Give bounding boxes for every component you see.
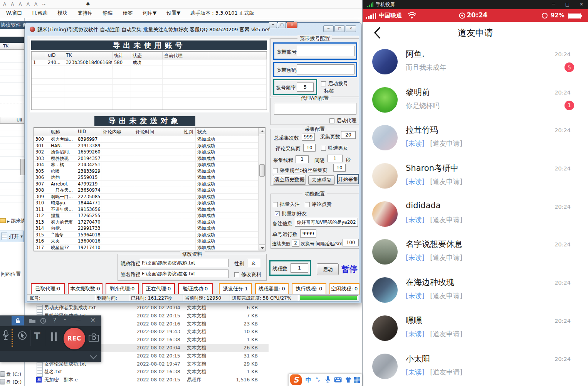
table-row[interactable]: 317 晓星星?? 19217410 添加成功: [34, 244, 259, 251]
batch-follow-checkbox[interactable]: 批量关注: [273, 201, 300, 208]
filter-gender-checkbox[interactable]: 筛选男女: [321, 145, 348, 152]
column-header[interactable]: TK: [64, 52, 113, 59]
table-row[interactable]: 312 捏捏 17265255 添加成功: [34, 212, 259, 219]
friend-request-row[interactable]: 在海边种玫瑰 [未读] [道友申请] 20:24: [363, 271, 588, 310]
chinese-mode-icon[interactable]: 中: [306, 376, 311, 384]
start-dial-checkbox[interactable]: 启动拨号: [321, 80, 348, 87]
skin-icon[interactable]: [345, 377, 352, 384]
friend-request-row[interactable]: 嘿嘿 [未读] [道友申请] 20:24: [363, 310, 588, 348]
format-icon[interactable]: A: [34, 2, 37, 7]
start-collect-button[interactable]: 开始采集: [337, 174, 359, 184]
friend-request-row[interactable]: 黎明前 你是烧杯吗 20:24 1: [363, 81, 588, 120]
minimize-button[interactable]: ─: [552, 2, 555, 7]
checkbox[interactable]: [321, 81, 326, 86]
pause-icon[interactable]: [51, 332, 53, 341]
menu-item[interactable]: 支持库: [77, 10, 92, 17]
table-row[interactable]: 1 240... 323b350b18d061689840... 580 成功: [32, 59, 267, 66]
maximize-button[interactable]: □: [278, 22, 286, 28]
history-icon[interactable]: [40, 318, 46, 325]
format-icon[interactable]: ~: [42, 2, 46, 7]
table-row[interactable]: 308 一只在天... 23650974 添加成功: [34, 187, 259, 194]
table-row[interactable]: 305 哈喽 23833929 添加成功: [34, 168, 259, 175]
lock-icon[interactable]: [12, 316, 24, 325]
column-header[interactable]: 昵称: [49, 128, 76, 136]
column-header[interactable]: 评论内容: [101, 128, 134, 136]
collect-fans-checkbox[interactable]: 采集粉丝>: [273, 167, 304, 174]
menu-item[interactable]: W.窗口: [6, 10, 22, 17]
gender-input[interactable]: [247, 259, 260, 267]
table-row[interactable]: 303 樱养快现 20194357 添加成功: [34, 155, 259, 162]
maximize-button[interactable]: □: [334, 25, 345, 32]
batch-friend-checkbox[interactable]: ✓批量加好友: [275, 210, 307, 217]
menu-item[interactable]: 助手版本 : 3.3.0101 正式版: [190, 10, 254, 17]
settings-icon[interactable]: -: [64, 316, 66, 322]
file-row[interactable]: 易 无加密 - 副本.e 2022-08-02 20:15 易程序 1,516 …: [33, 376, 269, 384]
friend-request-row[interactable]: 阿鱼. 而且我未成年 20:24 5: [363, 43, 588, 81]
table-row[interactable]: 315 ^池兮 15964018 添加成功: [34, 232, 259, 238]
broadband-password-input[interactable]: [297, 64, 354, 74]
format-icon[interactable]: A: [11, 2, 14, 7]
table-row[interactable]: 306 灼灼 2559015 添加成功: [34, 174, 259, 181]
table-row[interactable]: 313 努力的元宝 17270470 添加成功: [34, 219, 259, 226]
cursor-capture-icon[interactable]: [18, 331, 27, 341]
friend-request-row[interactable]: 拉茸竹玛 [未读] [道友申请] 20:24: [363, 119, 588, 157]
enable-proxy-checkbox[interactable]: 启动代理: [329, 117, 356, 124]
delay-input[interactable]: [343, 239, 359, 246]
fans-pages-input[interactable]: [333, 164, 346, 172]
total-collect-input[interactable]: [302, 133, 315, 141]
minimize-button[interactable]: ─: [323, 25, 334, 32]
file-row[interactable]: 签名.txt 2022-08-02 16:38 文本文档 1 KB: [33, 368, 269, 376]
nickname-path-input[interactable]: [140, 259, 228, 267]
camera-icon[interactable]: [89, 333, 99, 343]
microphone-icon[interactable]: [2, 330, 9, 342]
scroll-down-icon[interactable]: [259, 244, 265, 251]
friend-request-row[interactable]: Sharon考研中 [未读] [道友申请] 20:24: [363, 157, 588, 196]
table-row[interactable]: 304 林．橘 23434251 添加成功: [34, 162, 259, 168]
column-header[interactable]: 统计: [113, 52, 131, 59]
menu-item[interactable]: 静编: [102, 10, 113, 17]
pause-icon[interactable]: [55, 332, 57, 341]
table-row[interactable]: 314 何楷. 22991733 添加成功: [34, 225, 259, 232]
friend-request-row[interactable]: dididada [未读] [道友申请] 20:24: [363, 196, 588, 234]
drive-c-item[interactable]: 盘 (C:): [0, 371, 24, 379]
table-row[interactable]: 307 Arrebol. 4799219 添加成功: [34, 181, 259, 187]
dial-frequency-input[interactable]: [297, 83, 314, 92]
menu-item[interactable]: H.帮助: [32, 10, 48, 17]
menu-item[interactable]: 便签: [123, 10, 133, 17]
column-header[interactable]: 状态: [131, 52, 163, 59]
toolbox-icon[interactable]: [354, 377, 360, 384]
drive-d-item[interactable]: 盘 (D:): [0, 379, 24, 386]
column-header[interactable]: [32, 52, 46, 59]
checkbox[interactable]: [273, 202, 278, 207]
checkbox[interactable]: [329, 118, 334, 123]
format-icon[interactable]: A: [18, 2, 22, 7]
menu-item[interactable]: 模块: [57, 10, 67, 17]
menu-item[interactable]: 词库▼: [143, 10, 156, 17]
modify-profile-checkbox[interactable]: 修改资料: [234, 271, 261, 278]
checkbox-checked[interactable]: ✓: [275, 211, 280, 216]
spade-icon[interactable]: ♠: [86, 1, 91, 7]
close-button[interactable]: ✕: [287, 22, 297, 28]
signature-path-input[interactable]: [140, 270, 228, 278]
table-row[interactable]: 310 時洛yu. 18444771 添加成功: [34, 200, 259, 206]
close-icon[interactable]: ×: [90, 316, 96, 324]
table-row[interactable]: 302 挽你眉间. 16599260 添加成功: [34, 149, 259, 155]
tree-item[interactable]: ▶踢米协: [0, 217, 24, 225]
text-tool-icon[interactable]: T: [34, 331, 40, 342]
column-header[interactable]: 评论时间: [134, 128, 182, 136]
minimize-button[interactable]: ─: [269, 22, 277, 28]
dedupe-button[interactable]: 去除重复: [308, 175, 335, 185]
format-icon[interactable]: A: [27, 2, 30, 7]
voice-input-icon[interactable]: [325, 376, 331, 385]
interval-input[interactable]: [327, 155, 343, 162]
minimize-icon[interactable]: —: [76, 316, 81, 322]
folder-icon[interactable]: [29, 318, 36, 325]
thread-count-input[interactable]: [291, 263, 308, 273]
checkbox[interactable]: [273, 168, 278, 173]
uid-column-header[interactable]: UII: [0, 117, 24, 124]
checkbox[interactable]: [305, 202, 310, 207]
column-header[interactable]: UID: [76, 128, 101, 136]
broadband-account-input[interactable]: [297, 46, 354, 56]
sogou-logo[interactable]: S: [290, 374, 302, 385]
menu-item[interactable]: 设置▼: [166, 10, 180, 17]
